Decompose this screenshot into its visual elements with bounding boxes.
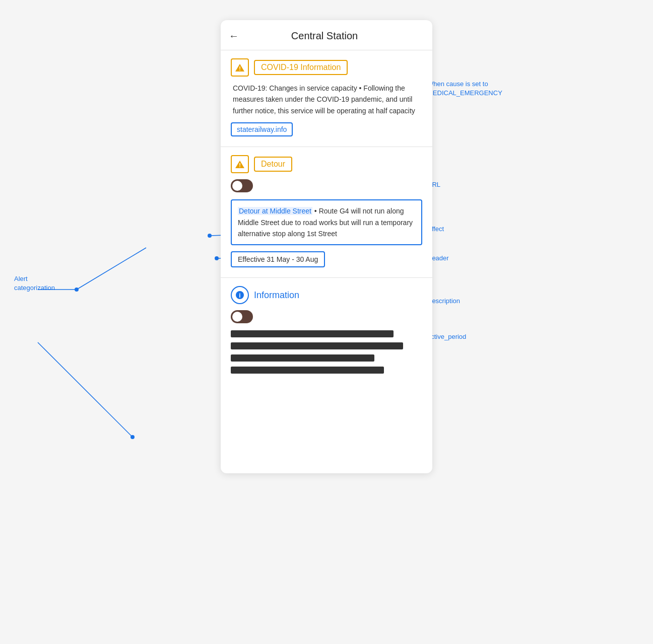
covid-body-text: COVID-19: Changes in service capacity • … [231,83,422,116]
information-alert-section: i Information [221,277,432,389]
svg-line-22 [38,342,133,437]
information-alert-header: i Information [231,286,422,304]
annotation-alert-categorization: Alert categorization [14,274,55,293]
phone-header: ← Central Station [221,20,432,50]
skeleton-line-2 [231,342,403,349]
description-separator: • [314,207,319,215]
covid-title-badge: COVID-19 Information [254,60,348,75]
phone-card: ← Central Station ! COVID-19 Information… [221,20,432,473]
detour-title-badge: Detour [254,157,292,172]
svg-text:i: i [239,292,240,299]
covid-alert-section: ! COVID-19 Information COVID-19: Changes… [221,50,432,147]
skeleton-line-4 [231,367,384,374]
svg-point-21 [130,435,135,439]
annotation-when-cause: When cause is set to MEDICAL_EMERGENCY [427,80,502,98]
detour-period: Effective 31 May - 30 Aug [231,251,325,267]
svg-text:!: ! [239,65,241,71]
svg-text:!: ! [239,162,241,168]
svg-point-14 [208,234,212,238]
description-prefix: Detour at Middle Street [238,207,312,215]
covid-url-link[interactable]: staterailway.info [231,122,293,136]
detour-toggle[interactable] [231,179,253,192]
svg-line-6 [77,248,146,290]
svg-point-16 [215,256,219,260]
detour-alert-header: ! Detour [231,155,422,173]
annotation-active-period: active_period [427,332,466,341]
skeleton-line-1 [231,330,394,337]
detour-alert-section: ! Detour Detour at Middle Street • Route… [221,147,432,277]
covid-alert-header: ! COVID-19 Information [231,58,422,77]
detour-description-box: Detour at Middle Street • Route G4 will … [231,199,422,245]
skeleton-line-3 [231,354,374,362]
svg-point-7 [75,288,79,292]
information-title: Information [254,290,299,301]
page-title: Central Station [247,30,402,42]
warning-icon-detour: ! [231,155,249,173]
information-toggle[interactable] [231,310,253,323]
info-icon: i [231,286,249,304]
warning-icon-covid: ! [231,58,249,77]
page-wrapper: ← Central Station ! COVID-19 Information… [0,0,653,644]
back-button[interactable]: ← [229,30,239,42]
information-skeleton [231,330,422,374]
